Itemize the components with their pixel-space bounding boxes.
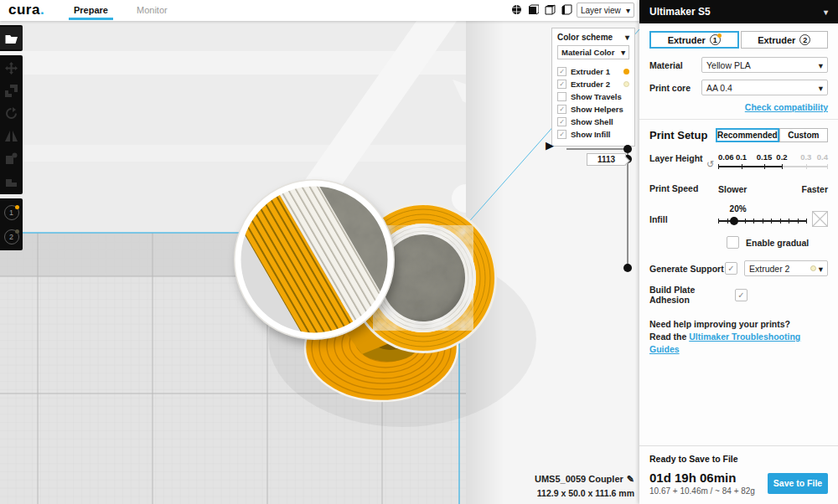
model-name-label[interactable]: UMS5_0059 Coupler [535,474,623,484]
status-label: Ready to Save to File [649,454,828,464]
print-core-dropdown[interactable]: AA 0.4 ▾ [701,80,828,95]
scale-tool-icon [5,85,18,97]
simulation-slider-track[interactable] [566,148,627,150]
chevron-down-icon: ▾ [819,60,823,70]
extruder-2-select-button[interactable]: 2 [0,224,23,249]
layer-view-panel: Color scheme ▾ Material Color ▾ ✓ Extrud… [551,28,635,147]
view-front-icon[interactable] [528,4,539,15]
collapse-chevron-icon[interactable]: ▾ [625,33,629,42]
model-info: UMS5_0059 Coupler✎ 112.9 x 50.0 x 111.6 … [535,474,634,498]
tab-monitor[interactable]: Monitor [137,5,168,15]
support-blocker-button[interactable] [0,170,23,193]
layer-view-row-shell: ✓ Show Shell [557,116,629,127]
gradient-infill-icon [812,211,828,230]
show-shell-checkbox[interactable]: ✓ [557,117,566,126]
extruder-1-ring: 1 [4,205,19,220]
output-footer: Ready to Save to File 01d 19h 06min 10.6… [639,445,838,504]
view-3d-icon[interactable] [511,4,522,15]
layer-slider-bottom-handle[interactable] [623,264,632,272]
generate-support-checkbox[interactable]: ✓ [725,262,737,275]
per-model-settings-icon [5,152,18,165]
per-model-settings-button[interactable] [0,147,23,170]
extruder-1-tab[interactable]: Extruder 1 [649,31,739,49]
open-file-button[interactable] [0,27,23,49]
cura-logo: cura. [8,2,44,18]
printer-name: Ultimaker S5 [649,6,711,18]
layer-height-slider[interactable] [718,163,828,170]
save-to-file-button[interactable]: Save to File [768,473,828,494]
material-label: Material [649,60,701,70]
color-scheme-dropdown[interactable]: Material Color ▾ [557,45,629,59]
tool-sidebar: 1 2 [0,25,23,255]
extruder-2-checkbox[interactable]: ✓ [557,80,566,89]
color-scheme-value: Material Color [561,48,614,57]
current-layer-value[interactable]: 1113 [587,153,626,166]
print-setup-title: Print Setup [649,129,707,141]
generate-support-label: Generate Support [649,264,725,274]
layer-slider-track[interactable] [627,153,628,269]
support-blocker-icon [5,175,18,188]
extruder-2-ring: 2 [4,229,19,244]
infill-slider-handle[interactable] [730,217,738,225]
extruder-tabs: Extruder 1 Extruder 2 [649,31,828,49]
extruder-1-number: 1 [9,208,13,217]
settings-panel: Ultimaker S5 ▾ Extruder 1 Extruder 2 [639,0,838,504]
enable-gradual-checkbox[interactable] [727,236,739,249]
show-travels-checkbox[interactable] [557,92,566,101]
check-compatibility-link[interactable]: Check compatibility [649,102,828,112]
infill-label: Infill [649,206,718,234]
print-core-value: AA 0.4 [706,83,732,93]
view-top-icon[interactable] [545,4,556,15]
infill-slider[interactable] [718,217,806,225]
extruder-2-tab[interactable]: Extruder 2 [741,31,829,49]
printer-header[interactable]: Ultimaker S5 ▾ [639,0,838,23]
recommended-mode-button[interactable]: Recommended [716,128,779,142]
generate-support-row: Generate Support ✓ Extruder 2 ▾ [649,260,828,276]
view-left-icon[interactable] [561,4,572,15]
extruder-1-number-circle: 1 [710,34,721,45]
layer-view-row-travels: Show Travels [557,90,629,102]
material-usage-estimate: 10.67 + 10.46m / ~ 84 + 82g [649,486,755,496]
reset-setting-icon[interactable]: ↺ [706,159,714,170]
rotate-tool-icon [5,107,18,120]
build-plate-adhesion-checkbox[interactable]: ✓ [735,289,747,301]
extruder-2-color-dot [623,81,629,87]
infill-setting: Infill 20% [649,206,828,234]
rotate-tool-button[interactable] [0,102,23,125]
view-mode-dropdown[interactable]: Layer view ▾ [577,3,634,18]
mirror-tool-icon [5,130,18,142]
top-bar: cura. Prepare Monitor Layer view ▾ [0,0,639,21]
extruder-2-number: 2 [9,233,13,241]
tab-prepare[interactable]: Prepare [74,5,108,15]
simulation-play-button[interactable]: ▶ [546,139,554,152]
print-setup-mode-toggle: Recommended Custom [716,128,828,142]
mirror-tool-button[interactable] [0,125,23,147]
extruder-1-checkbox[interactable]: ✓ [557,67,566,76]
material-dropdown[interactable]: Yellow PLA ▾ [701,57,828,73]
layer-view-row-helpers: ✓ Show Helpers [557,103,629,115]
build-plate-adhesion-row: Build Plate Adhesion ✓ [649,285,828,305]
buildplate-scene [0,21,639,504]
extruder-1-material-dot [717,33,722,38]
layer-view-row-infill: ✓ Show Infill [557,128,629,140]
show-helpers-checkbox[interactable]: ✓ [557,105,566,114]
move-tool-button[interactable] [0,57,23,80]
chevron-down-icon: ▾ [621,48,625,57]
rename-pencil-icon[interactable]: ✎ [627,474,634,484]
chevron-down-icon: ▾ [824,8,828,17]
extruder-2-material-dot [810,265,816,271]
custom-mode-button[interactable]: Custom [779,128,828,142]
simulation-slider-handle[interactable] [623,145,632,153]
open-folder-icon [5,33,18,44]
support-extruder-dropdown[interactable]: Extruder 2 ▾ [744,260,828,276]
extruder-2-number-circle: 2 [799,34,810,45]
print-time-estimate: 01d 19h 06min [649,471,755,485]
enable-gradual-label: Enable gradual [746,238,809,248]
chevron-down-icon: ▾ [819,264,823,274]
viewport-3d[interactable]: 1 2 Color scheme ▾ Material Color [0,21,639,504]
print-speed-setting: Print Speed Slower Faster [649,183,828,194]
scale-tool-button[interactable] [0,80,23,102]
print-core-label: Print core [649,83,701,93]
extruder-1-select-button[interactable]: 1 [0,200,23,224]
show-infill-checkbox[interactable]: ✓ [557,130,566,139]
